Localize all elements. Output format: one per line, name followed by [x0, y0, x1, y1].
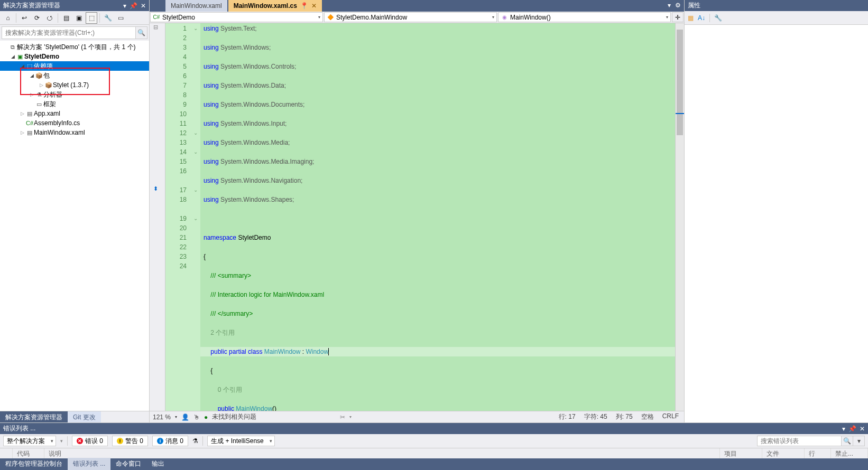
solution-node[interactable]: 解决方案 'StyletDemo' (1 个项目，共 1 个): [17, 43, 136, 52]
tab-mainwindow-xaml-cs[interactable]: MainWindow.xaml.cs 📍 ✕: [228, 0, 322, 12]
gear-icon[interactable]: ⚙: [675, 2, 681, 9]
editor-status-bar: 121 %▾ 👤 🖱 ● 未找到相关问题 ✂▾ 行: 17 字符: 45 列: …: [150, 411, 684, 422]
line-indicator[interactable]: 行: 17: [559, 412, 576, 421]
csproj-icon: ▣: [16, 53, 24, 60]
packages-node[interactable]: 包: [43, 71, 50, 80]
type-selector[interactable]: 🔶StyletDemo.MainWindow▾: [324, 12, 497, 22]
close-icon[interactable]: ✕: [141, 2, 146, 10]
error-search-input[interactable]: [757, 436, 842, 446]
tab-mainwindow-xaml[interactable]: MainWindow.xaml: [165, 0, 227, 12]
pin-icon[interactable]: 📍: [300, 2, 308, 10]
view-icon[interactable]: ⬚: [86, 12, 97, 24]
vertical-scrollbar[interactable]: [675, 23, 684, 411]
solution-search-input[interactable]: [2, 26, 136, 39]
filter-icon[interactable]: ⚗: [192, 437, 198, 445]
outline-collapse-icon[interactable]: ⊟: [153, 24, 158, 31]
xaml-icon: ▤: [25, 129, 34, 136]
project-node[interactable]: StyletDemo: [24, 53, 59, 60]
package-icon: 📦: [44, 82, 53, 89]
appxaml-node[interactable]: App.xaml: [34, 110, 60, 117]
show-all-icon[interactable]: ▤: [60, 12, 72, 24]
close-icon[interactable]: ✕: [311, 2, 317, 10]
errors-filter[interactable]: ✕错误 0: [72, 436, 108, 446]
analyzers-icon: ⚗: [35, 91, 43, 98]
wrench-icon[interactable]: 🔧: [714, 14, 722, 22]
close-icon[interactable]: ✕: [860, 425, 865, 433]
tab-command-window[interactable]: 命令窗口: [110, 458, 146, 470]
dependencies-node[interactable]: 依赖项: [34, 62, 53, 71]
solution-explorer-toolbar: ⌂ ↩ ⟳ ⭯ ▤ ▣ ⬚ 🔧 ▭: [0, 11, 149, 25]
properties-title-bar: 属性: [685, 0, 868, 11]
properties-toolbar: ▦ A↓ 🔧: [685, 11, 868, 25]
tab-package-manager-console[interactable]: 程序包管理器控制台: [0, 458, 68, 470]
properties-icon[interactable]: ▭: [115, 12, 126, 24]
person-icon[interactable]: 👤: [181, 413, 189, 421]
scissors-icon[interactable]: ✂: [340, 413, 345, 421]
issues-label[interactable]: 未找到相关问题: [212, 412, 256, 421]
mouse-icon[interactable]: 🖱: [193, 413, 200, 421]
dropdown-icon[interactable]: ▾: [853, 436, 865, 446]
wrench-icon[interactable]: 🔧: [102, 12, 114, 24]
stylet-package-node[interactable]: Stylet (1.3.7): [53, 81, 89, 89]
back-icon[interactable]: ↩: [19, 12, 30, 24]
member-selector[interactable]: ◉MainWindow()▾: [498, 12, 671, 22]
document-tabs: MainWindow.xaml MainWindow.xaml.cs 📍 ✕ ▾…: [150, 0, 684, 12]
col-indicator[interactable]: 列: 75: [616, 412, 633, 421]
char-indicator[interactable]: 字符: 45: [584, 412, 607, 421]
pin-icon[interactable]: 📌: [848, 425, 856, 433]
pin-icon[interactable]: 📌: [130, 2, 137, 10]
code-editor[interactable]: ⊟ ⬍ 12345678910111213141516 1718 1920212…: [150, 23, 684, 411]
csproj-icon: C#: [153, 14, 160, 21]
solution-icon: ⧉: [8, 44, 17, 51]
col-project[interactable]: 项目: [720, 448, 762, 458]
build-intellisense-selector[interactable]: 生成 + IntelliSense: [207, 436, 275, 446]
solution-tree[interactable]: ⧉解决方案 'StyletDemo' (1 个项目，共 1 个) ▣Stylet…: [0, 41, 149, 411]
search-icon[interactable]: 🔍: [136, 26, 147, 39]
tab-dropdown-icon[interactable]: ▾: [668, 2, 671, 9]
code-nav-bar: C#StyletDemo▾ 🔶StyletDemo.MainWindow▾ ◉M…: [150, 12, 684, 23]
frameworks-icon: ▭: [35, 101, 43, 108]
collapse-icon[interactable]: ▣: [73, 12, 85, 24]
tab-error-list[interactable]: 错误列表 ...: [68, 458, 110, 470]
solution-explorer-title: 解决方案资源管理器: [3, 1, 60, 10]
dropdown-icon[interactable]: ▾: [123, 2, 126, 10]
tab-solution-explorer[interactable]: 解决方案资源管理器: [0, 411, 68, 422]
home-icon[interactable]: ⌂: [2, 12, 14, 24]
dependencies-icon: ⬚: [25, 63, 34, 70]
col-suppress[interactable]: 禁止...: [831, 448, 868, 458]
col-file[interactable]: 文件: [762, 448, 805, 458]
split-icon[interactable]: ✛: [672, 12, 684, 22]
zoom-level[interactable]: 121 %: [153, 413, 171, 421]
error-list-columns: 代码 说明 项目 文件 行 禁止...: [0, 448, 868, 458]
mainxaml-node[interactable]: MainWindow.xaml: [34, 129, 85, 136]
properties-grid[interactable]: [685, 25, 868, 422]
assembly-node[interactable]: AssemblyInfo.cs: [34, 119, 80, 127]
sort-icon[interactable]: A↓: [698, 14, 705, 22]
categorize-icon[interactable]: ▦: [688, 14, 694, 22]
warnings-filter[interactable]: !警告 0: [112, 436, 148, 446]
dropdown-icon[interactable]: ▾: [842, 425, 845, 433]
frameworks-node[interactable]: 框架: [43, 100, 56, 109]
search-icon[interactable]: 🔍: [842, 436, 853, 446]
refresh-icon[interactable]: ⭯: [44, 12, 56, 24]
tab-output[interactable]: 输出: [146, 458, 170, 470]
warning-icon: !: [117, 438, 123, 444]
col-line[interactable]: 行: [805, 448, 831, 458]
messages-filter[interactable]: i消息 0: [152, 436, 188, 446]
fold-column[interactable]: ⌄⌄⌄⌄⌄: [191, 23, 200, 411]
sync-icon[interactable]: ⟳: [31, 12, 43, 24]
solution-explorer-title-bar: 解决方案资源管理器 ▾ 📌 ✕: [0, 0, 149, 11]
indent-indicator[interactable]: 空格: [641, 412, 654, 421]
xaml-icon: ▤: [25, 110, 34, 117]
col-description[interactable]: 说明: [44, 448, 720, 458]
project-selector[interactable]: C#StyletDemo▾: [150, 12, 323, 22]
check-icon: ●: [204, 413, 208, 421]
tab-label: MainWindow.xaml.cs: [234, 2, 297, 10]
eol-indicator[interactable]: CRLF: [662, 412, 679, 421]
col-code[interactable]: 代码: [13, 448, 44, 458]
reference-indicator-icon[interactable]: ⬍: [153, 185, 158, 192]
analyzers-node[interactable]: 分析器: [43, 90, 62, 99]
class-icon: 🔶: [327, 14, 334, 21]
tab-git-changes[interactable]: Git 更改: [68, 411, 101, 422]
scope-selector[interactable]: 整个解决方案: [3, 436, 56, 446]
